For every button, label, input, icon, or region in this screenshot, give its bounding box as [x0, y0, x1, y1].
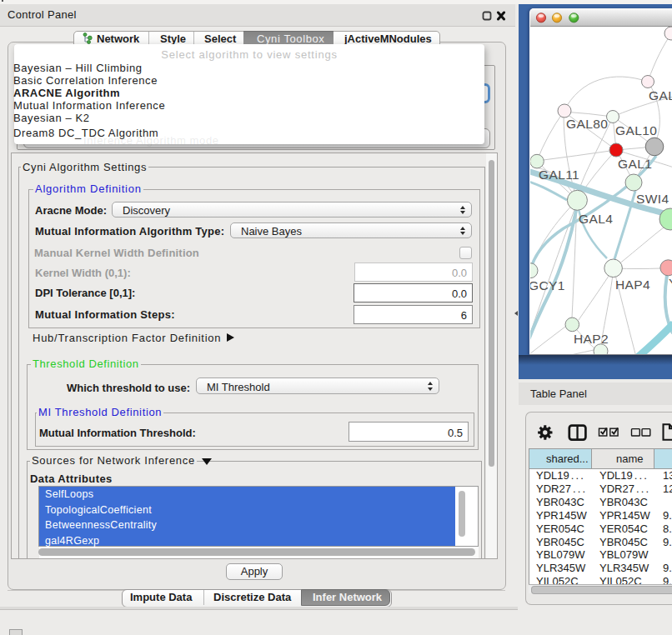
- svg-text:Y: Y: [669, 276, 672, 290]
- svg-text:GAL80: GAL80: [566, 117, 608, 131]
- svg-text:GAL7: GAL7: [649, 88, 672, 102]
- svg-text:HAP2: HAP2: [574, 332, 609, 346]
- svg-text:GAL1: GAL1: [618, 157, 652, 171]
- svg-text:GAL4: GAL4: [579, 212, 613, 226]
- svg-text:HAP4: HAP4: [615, 278, 650, 292]
- svg-text:GAL11: GAL11: [539, 168, 579, 182]
- svg-text:SWI4: SWI4: [636, 192, 669, 206]
- svg-text:GCY1: GCY1: [530, 278, 565, 292]
- svg-text:GAL10: GAL10: [615, 123, 657, 138]
